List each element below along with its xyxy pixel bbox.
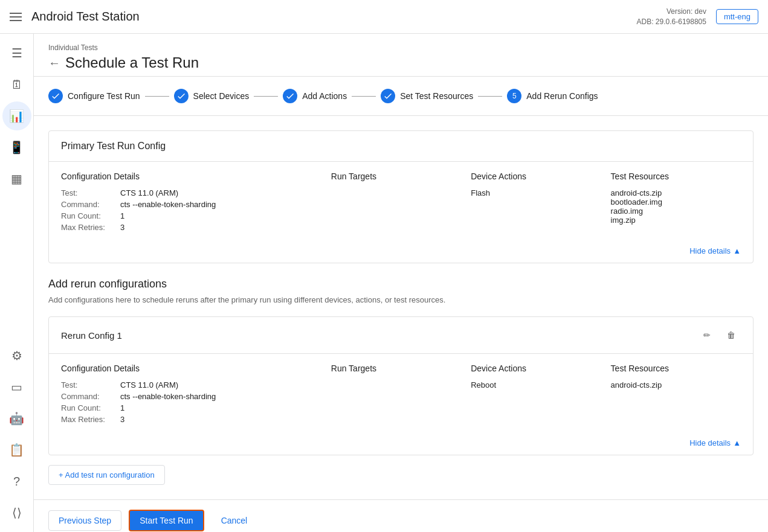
trash-icon: 🗑 — [727, 330, 735, 340]
sidebar-item-devices[interactable]: 📱 — [2, 133, 31, 162]
breadcrumb: Individual Tests — [48, 43, 753, 52]
user-badge[interactable]: mtt-eng — [716, 9, 758, 24]
step-configure-circle — [48, 89, 63, 103]
primary-config-body: Configuration Details Test: CTS 11.0 (AR… — [49, 162, 753, 242]
test-label: Test: — [61, 188, 115, 197]
rerun-max-retries-value: 3 — [120, 415, 124, 424]
sidebar-item-tasks[interactable]: ☰ — [2, 39, 31, 68]
step-rerun-number: 5 — [512, 92, 517, 100]
step-rerun: 5 Add Rerun Configs — [507, 89, 598, 103]
back-button[interactable]: ← — [48, 56, 60, 70]
rerun-resource-0: android-cts.zip — [611, 380, 741, 389]
previous-step-button[interactable]: Previous Step — [48, 510, 121, 531]
connector-1 — [145, 96, 169, 97]
detail-run-count: Run Count: 1 — [61, 211, 321, 220]
rerun-config-1-grid: Configuration Details Test: CTS 11.0 (AR… — [61, 364, 741, 424]
window-icon: ▭ — [11, 380, 22, 394]
step-actions-label: Add Actions — [302, 91, 347, 101]
step-rerun-label: Add Rerun Configs — [526, 91, 598, 101]
header-right: Version: dev ADB: 29.0.6-6198805 mtt-eng — [637, 7, 759, 27]
rerun-test-resources-header: Test Resources — [611, 364, 741, 373]
menu-icon[interactable] — [10, 13, 22, 21]
step-devices-circle — [174, 89, 189, 103]
edit-button[interactable]: ✏ — [697, 325, 717, 345]
primary-col-test-resources: Test Resources android-cts.zip bootloade… — [611, 171, 741, 232]
devices-icon: 📱 — [9, 140, 24, 155]
primary-config-title: Primary Test Run Config — [61, 141, 166, 151]
sidebar-item-code[interactable]: ⟨⟩ — [2, 498, 31, 527]
primary-col-device-actions: Device Actions Flash — [471, 171, 601, 232]
sidebar-item-help[interactable]: ? — [2, 467, 31, 496]
rerun-run-count-label: Run Count: — [61, 403, 115, 412]
storage-icon: ▦ — [11, 171, 22, 186]
rerun-detail-test: Test: CTS 11.0 (ARM) — [61, 380, 321, 389]
delete-button[interactable]: 🗑 — [721, 325, 741, 345]
primary-test-resources-header: Test Resources — [611, 171, 741, 181]
page-header: Individual Tests ← Schedule a Test Run — [34, 34, 768, 77]
sidebar-item-settings[interactable]: ⚙ — [2, 341, 31, 370]
rerun-section: Add rerun configurations Add configurati… — [48, 278, 753, 485]
cancel-button[interactable]: Cancel — [211, 511, 257, 530]
rerun-device-actions-header: Device Actions — [471, 364, 601, 373]
list-icon: 📋 — [9, 443, 24, 457]
rerun-card-1-title: Rerun Config 1 — [61, 330, 122, 341]
primary-device-actions-header: Device Actions — [471, 171, 601, 181]
primary-resource-0: android-cts.zip — [611, 188, 741, 197]
sidebar-item-list[interactable]: 📋 — [2, 435, 31, 464]
detail-command: Command: cts --enable-token-sharding — [61, 200, 321, 209]
start-test-run-button[interactable]: Start Test Run — [129, 510, 204, 531]
primary-config-grid: Configuration Details Test: CTS 11.0 (AR… — [61, 171, 741, 232]
rerun-config-card-1: Rerun Config 1 ✏ 🗑 — [48, 316, 753, 455]
rerun-run-targets-header: Run Targets — [331, 364, 461, 373]
run-count-label: Run Count: — [61, 211, 115, 220]
step-actions: Add Actions — [283, 89, 347, 103]
rerun-section-desc: Add configurations here to schedule reru… — [48, 295, 753, 304]
rerun-hide-details-button[interactable]: Hide details ▲ — [689, 438, 741, 447]
version-info: Version: dev ADB: 29.0.6-6198805 — [637, 7, 706, 27]
step-resources: Set Test Resources — [381, 89, 473, 103]
rerun-card-1-header: Rerun Config 1 ✏ 🗑 — [49, 317, 753, 354]
rerun-details: Test: CTS 11.0 (ARM) Command: cts --enab… — [61, 380, 321, 424]
rerun-col-run-targets: Run Targets — [331, 364, 461, 424]
sidebar-item-android[interactable]: 🤖 — [2, 404, 31, 433]
primary-col-details: Configuration Details Test: CTS 11.0 (AR… — [61, 171, 321, 232]
stepper: Configure Test Run Select Devices Add Ac… — [34, 77, 768, 116]
primary-config-header: Primary Test Run Config — [49, 131, 753, 162]
top-header: Android Test Station Version: dev ADB: 2… — [0, 0, 768, 34]
rerun-hide-details-row: Hide details ▲ — [49, 434, 753, 455]
rerun-test-value: CTS 11.0 (ARM) — [120, 380, 178, 389]
primary-run-targets-header: Run Targets — [331, 171, 461, 181]
sidebar-item-calendar[interactable]: 🗓 — [2, 70, 31, 99]
max-retries-value: 3 — [120, 223, 124, 232]
step-actions-circle — [283, 89, 297, 103]
main-content: Primary Test Run Config Configuration De… — [34, 116, 768, 499]
rerun-chevron-up-icon: ▲ — [733, 438, 741, 447]
primary-col-run-targets: Run Targets — [331, 171, 461, 232]
step-rerun-circle: 5 — [507, 89, 521, 103]
content-area: Individual Tests ← Schedule a Test Run C… — [34, 34, 768, 532]
test-value: CTS 11.0 (ARM) — [120, 188, 178, 197]
rerun-card-1-actions: ✏ 🗑 — [697, 325, 741, 345]
app-title: Android Test Station — [31, 10, 140, 24]
add-config-button[interactable]: + Add test run configuration — [48, 465, 165, 485]
sidebar-item-storage[interactable]: ▦ — [2, 164, 31, 193]
primary-hide-details-row: Hide details ▲ — [49, 242, 753, 263]
connector-3 — [352, 96, 376, 97]
rerun-card-1-body: Configuration Details Test: CTS 11.0 (AR… — [49, 354, 753, 434]
page-title: Schedule a Test Run — [65, 54, 199, 71]
primary-hide-details-button[interactable]: Hide details ▲ — [689, 246, 741, 255]
detail-test: Test: CTS 11.0 (ARM) — [61, 188, 321, 197]
rerun-run-count-value: 1 — [120, 403, 124, 412]
primary-resource-1: bootloader.img — [611, 197, 741, 207]
sidebar-item-window[interactable]: ▭ — [2, 373, 31, 402]
primary-resource-2: radio.img — [611, 207, 741, 216]
primary-config-card: Primary Test Run Config Configuration De… — [48, 130, 753, 263]
sidebar-item-analytics[interactable]: 📊 — [2, 101, 31, 130]
rerun-col-device-actions: Device Actions Reboot — [471, 364, 601, 424]
rerun-test-label: Test: — [61, 380, 115, 389]
primary-details: Test: CTS 11.0 (ARM) Command: cts --enab… — [61, 188, 321, 232]
step-devices-label: Select Devices — [193, 91, 250, 101]
max-retries-label: Max Retries: — [61, 223, 115, 232]
help-icon: ? — [13, 475, 20, 489]
bottom-actions: Previous Step Start Test Run Cancel — [34, 499, 768, 532]
